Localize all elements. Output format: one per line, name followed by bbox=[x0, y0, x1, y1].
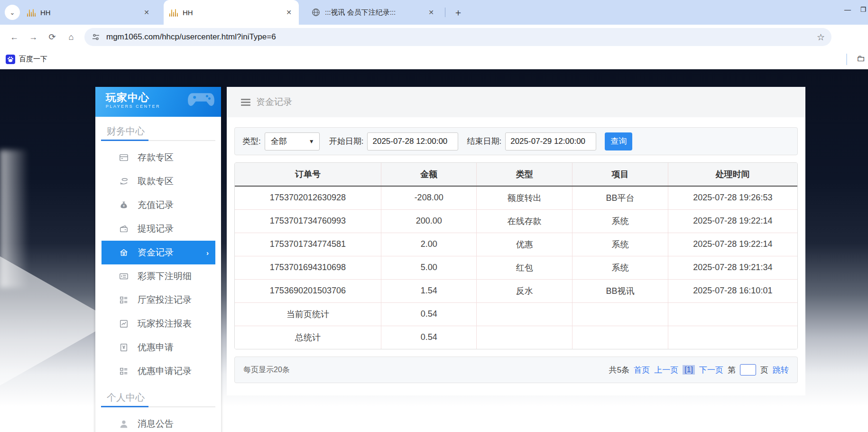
promo-apply-icon bbox=[119, 342, 129, 353]
new-tab-button[interactable]: ＋ bbox=[452, 6, 465, 19]
table-summary-row-total: 总统计 0.54 bbox=[235, 326, 797, 349]
recharge-moneybag-icon: ¥ bbox=[119, 200, 129, 210]
tab-title: HH bbox=[183, 9, 281, 17]
sidebar-section-finance: 财务中心 bbox=[95, 117, 221, 141]
maximize-button[interactable]: ❐ bbox=[859, 0, 868, 19]
jump-go-link[interactable]: 跳转 bbox=[773, 365, 789, 376]
bookmarks-divider bbox=[846, 54, 847, 65]
tab-close-icon[interactable]: ✕ bbox=[285, 8, 293, 17]
table-header-row: 订单号 金额 类型 项目 处理时间 bbox=[235, 163, 797, 186]
bookmark-baidu[interactable]: 百度一下 bbox=[19, 55, 47, 64]
col-type: 类型 bbox=[477, 163, 573, 186]
cell-type: 额度转出 bbox=[477, 186, 573, 209]
next-page-link[interactable]: 下一页 bbox=[699, 365, 723, 376]
cell-process-time: 2025-07-28 19:22:14 bbox=[668, 233, 797, 256]
promo-apply-record-icon bbox=[119, 366, 129, 376]
browser-tabstrip: ⌄ HH ✕ HH ✕ :::视讯 会员下注纪录::: ✕ ＋ — ❐ bbox=[0, 0, 868, 25]
end-date-input[interactable] bbox=[505, 132, 596, 150]
tab-close-icon[interactable]: ✕ bbox=[427, 8, 435, 17]
type-select[interactable]: 全部 ▼ bbox=[265, 132, 320, 150]
page-size-text: 每页显示20条 bbox=[243, 365, 290, 375]
url-text: mgm1065.com/hhcp/usercenter.html?iniType… bbox=[106, 32, 811, 42]
section-label: 个人中心 bbox=[101, 390, 215, 406]
browser-tab-3[interactable]: :::视讯 会员下注纪录::: ✕ bbox=[306, 0, 441, 25]
sidebar-item-hall-bet-record[interactable]: 厅室投注记录 bbox=[102, 288, 215, 312]
sidebar-item-label: 彩票下注明细 bbox=[138, 270, 192, 282]
cell-project: 系统 bbox=[573, 256, 668, 279]
cell-process-time: 2025-07-28 19:26:53 bbox=[668, 186, 797, 209]
withdraw-hand-icon bbox=[119, 176, 129, 187]
chevron-right-icon: › bbox=[206, 249, 209, 257]
sidebar-item-withdraw-zone[interactable]: 取款专区 bbox=[102, 169, 215, 193]
window-controls: — ❐ bbox=[837, 0, 868, 19]
cell-amount: 200.00 bbox=[381, 209, 477, 233]
sidebar-item-deposit-zone[interactable]: 存款专区 bbox=[102, 146, 215, 169]
chevron-down-icon: ▼ bbox=[309, 138, 314, 145]
cell-amount: -208.00 bbox=[381, 186, 477, 209]
jump-prefix-text: 第 bbox=[728, 365, 736, 376]
total-count-text: 共5条 bbox=[609, 365, 629, 376]
tab-search-button[interactable]: ⌄ bbox=[5, 5, 20, 20]
home-icon[interactable]: ⌂ bbox=[63, 29, 79, 45]
tab-divider bbox=[445, 8, 445, 17]
funds-table-wrapper: 订单号 金额 类型 项目 处理时间 1753702012630928 -208.… bbox=[234, 162, 798, 349]
funds-table: 订单号 金额 类型 项目 处理时间 1753702012630928 -208.… bbox=[235, 163, 797, 349]
withdrawal-wallet-icon bbox=[119, 224, 129, 234]
sidebar-item-message-notice[interactable]: 消息公告 bbox=[102, 412, 215, 432]
tab-close-icon[interactable]: ✕ bbox=[142, 8, 151, 17]
sidebar-item-promo-apply[interactable]: 优惠申请 bbox=[102, 336, 215, 359]
browser-tab-2-active[interactable]: HH ✕ bbox=[164, 0, 299, 25]
col-process-time: 处理时间 bbox=[668, 163, 797, 186]
sidebar-item-funds-record[interactable]: 资金记录 › bbox=[102, 241, 215, 264]
section-underline bbox=[101, 406, 215, 407]
cell-amount: 2.00 bbox=[381, 233, 477, 256]
page-title: 资金记录 bbox=[256, 96, 292, 108]
player-center-sidebar: 玩家中心 PLAYERS CENTER 财务中心 存款专区 取款专区 ¥ 充值记… bbox=[95, 87, 221, 432]
sidebar-item-label: 充值记录 bbox=[138, 199, 174, 211]
browser-tab-1[interactable]: HH ✕ bbox=[21, 0, 157, 25]
cell-type: 在线存款 bbox=[477, 209, 573, 233]
current-page-indicator: [1] bbox=[683, 365, 695, 375]
address-bar[interactable]: mgm1065.com/hhcp/usercenter.html?iniType… bbox=[84, 28, 831, 46]
prev-page-link[interactable]: 上一页 bbox=[654, 365, 678, 376]
bookmarks-folder-icon[interactable]: 🗀 bbox=[857, 54, 865, 64]
cell-summary-label: 总统计 bbox=[235, 326, 381, 349]
sidebar-item-label: 厅室投注记录 bbox=[138, 294, 192, 306]
baidu-favicon bbox=[6, 55, 15, 64]
sidebar-item-label: 玩家投注报表 bbox=[138, 318, 192, 330]
deposit-card-icon bbox=[119, 152, 129, 163]
search-button[interactable]: 查询 bbox=[605, 132, 632, 150]
table-row: 1753690201503706 1.54 反水 BB视讯 2025-07-28… bbox=[235, 279, 797, 302]
bookmark-star-icon[interactable]: ☆ bbox=[817, 32, 825, 43]
sidebar-item-recharge-record[interactable]: ¥ 充值记录 bbox=[102, 193, 215, 217]
gamepad-icon bbox=[187, 91, 215, 111]
hall-bet-record-icon bbox=[119, 295, 129, 305]
col-amount: 金额 bbox=[381, 163, 477, 186]
col-order-no: 订单号 bbox=[235, 163, 381, 186]
cell-process-time: 2025-07-28 16:10:01 bbox=[668, 279, 797, 302]
sidebar-item-lottery-bet-detail[interactable]: 彩票下注明细 bbox=[102, 264, 215, 288]
cell-summary-label: 当前页统计 bbox=[235, 302, 381, 326]
cell-order-no: 1753701734760993 bbox=[235, 209, 381, 233]
tab-title: HH bbox=[40, 9, 139, 17]
site-settings-icon[interactable] bbox=[91, 32, 101, 42]
cell-project: BB平台 bbox=[573, 186, 668, 209]
start-date-input[interactable] bbox=[367, 132, 458, 150]
first-page-link[interactable]: 首页 bbox=[634, 365, 650, 376]
forward-icon[interactable]: → bbox=[25, 29, 41, 45]
back-icon[interactable]: ← bbox=[6, 29, 22, 45]
sidebar-item-label: 资金记录 bbox=[138, 246, 174, 259]
hamburger-icon bbox=[241, 97, 250, 107]
reload-icon[interactable]: ⟳ bbox=[44, 29, 60, 45]
lottery-bet-detail-icon bbox=[119, 271, 129, 282]
minimize-button[interactable]: — bbox=[837, 0, 859, 19]
globe-icon bbox=[312, 8, 320, 17]
jump-page-input[interactable] bbox=[740, 364, 756, 376]
gold-logo-icon bbox=[169, 8, 178, 17]
cell-project: BB视讯 bbox=[573, 279, 668, 302]
sidebar-item-player-bet-report[interactable]: 玩家投注报表 bbox=[102, 312, 215, 336]
gold-logo-icon bbox=[27, 8, 36, 17]
cell-type: 反水 bbox=[477, 279, 573, 302]
sidebar-item-promo-apply-record[interactable]: 优惠申请记录 bbox=[102, 359, 215, 383]
sidebar-item-withdrawal-record[interactable]: 提现记录 bbox=[102, 217, 215, 241]
